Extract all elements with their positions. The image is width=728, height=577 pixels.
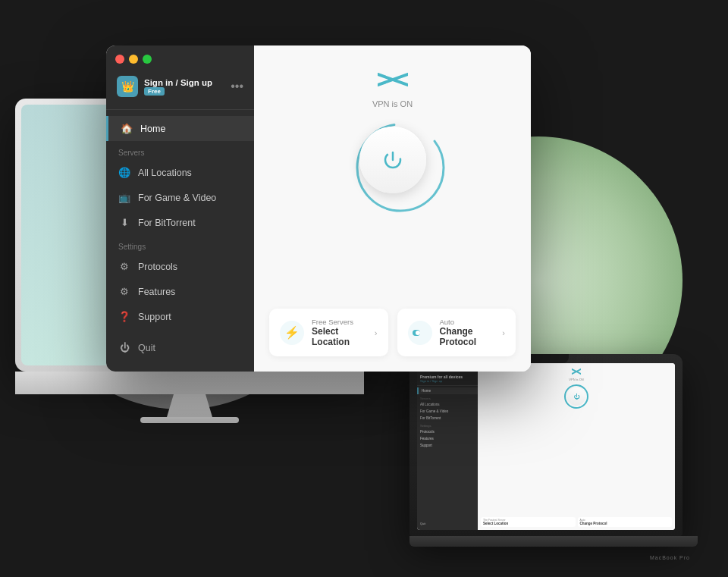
mini-main: VPN is ON ⏻ The Fastest Server Select Lo… <box>478 363 675 530</box>
mini-nav-support: Support <box>417 442 478 449</box>
settings-section-label: Settings <box>106 235 254 254</box>
sidebar-user-info: Sign in / Sign up Free <box>144 78 212 96</box>
sidebar: 👑 Sign in / Sign up Free ••• 🏠 Home Serv… <box>106 45 254 372</box>
mini-logo <box>572 368 581 377</box>
protocols-icon: ⚙ <box>118 261 130 272</box>
vpn-logo <box>378 68 408 96</box>
free-servers-value: Select Location <box>312 326 367 347</box>
protocol-value: Change Protocol <box>440 326 495 347</box>
home-icon: 🏠 <box>121 123 133 134</box>
sidebar-item-game-video[interactable]: 📺 For Game & Video <box>106 185 254 210</box>
sidebar-header: 👑 Sign in / Sign up Free ••• <box>106 76 254 110</box>
free-servers-label: Free Servers <box>312 318 367 326</box>
mini-header-sub: Sign in / Sign up <box>420 379 475 383</box>
quit-icon: ⏻ <box>118 342 130 353</box>
quit-button[interactable]: ⏻ Quit <box>106 336 254 359</box>
free-servers-card[interactable]: ⚡ Free Servers Select Location › <box>269 309 388 356</box>
servers-section-label: Servers <box>106 141 254 160</box>
torrent-icon: ⬇ <box>118 217 130 228</box>
protocol-text: Auto Change Protocol <box>440 318 495 347</box>
mini-card-left-value: Select Location <box>483 522 573 525</box>
main-content: VPN is ON ⚡ Free Servers Select Locatio <box>254 45 531 372</box>
mini-nav-torrent: For BitTorrent <box>417 415 478 422</box>
macbook-frame: Premium for all devices Sign in / Sign u… <box>410 354 698 547</box>
imac-chin:  <box>15 372 364 394</box>
macbook-screen-outer: Premium for all devices Sign in / Sign u… <box>410 354 682 536</box>
nav-label-protocols: Protocols <box>138 262 177 272</box>
sidebar-nav: 🏠 Home Servers 🌐 All Locations 📺 For Gam… <box>106 110 254 335</box>
imac-stand <box>167 394 212 417</box>
mini-settings-label: Settings <box>417 422 478 428</box>
quit-label: Quit <box>138 343 155 353</box>
nav-label-bittorrent: For BitTorrent <box>138 218 196 228</box>
svg-point-6 <box>416 331 420 335</box>
nav-label-features: Features <box>138 287 175 297</box>
support-icon: ❓ <box>118 311 130 322</box>
vpn-status-text: VPN is ON <box>372 99 413 108</box>
nav-label-game-video: For Game & Video <box>138 193 216 203</box>
power-button-container <box>359 127 426 193</box>
mini-sidebar: Premium for all devices Sign in / Sign u… <box>417 363 478 530</box>
macbook-screen-inner: Premium for all devices Sign in / Sign u… <box>417 363 675 530</box>
protocol-label: Auto <box>440 318 495 326</box>
mini-cards: The Fastest Server Select Location Auto … <box>481 517 672 527</box>
sidebar-item-support[interactable]: ❓ Support <box>106 304 254 329</box>
mini-nav-features: Features <box>417 435 478 442</box>
sidebar-title: Sign in / Sign up <box>144 78 212 87</box>
protocol-arrow: › <box>502 328 505 337</box>
sidebar-item-home[interactable]: 🏠 Home <box>106 116 254 141</box>
free-servers-icon: ⚡ <box>280 321 304 345</box>
protocol-card[interactable]: Auto Change Protocol › <box>397 309 516 356</box>
nav-label-all-locations: All Locations <box>138 168 192 178</box>
free-servers-arrow: › <box>375 328 378 337</box>
sidebar-item-all-locations[interactable]: 🌐 All Locations <box>106 160 254 185</box>
free-badge: Free <box>144 87 165 96</box>
mini-power-ring: ⏻ <box>564 384 588 409</box>
mini-status: VPN is ON <box>569 378 583 381</box>
close-button[interactable] <box>115 55 124 64</box>
sidebar-item-features[interactable]: ⚙ Features <box>106 279 254 304</box>
sidebar-item-protocols[interactable]: ⚙ Protocols <box>106 254 254 279</box>
macbook-bottom: MacBook Pro <box>410 536 698 547</box>
sidebar-logo-area: 👑 Sign in / Sign up Free <box>117 76 212 97</box>
bottom-cards: ⚡ Free Servers Select Location › <box>269 309 516 356</box>
globe-icon: 🌐 <box>118 167 130 178</box>
maximize-button[interactable] <box>143 55 152 64</box>
power-button[interactable] <box>359 127 426 193</box>
mini-card-right: Auto Change Protocol <box>578 517 673 527</box>
sidebar-item-bittorrent[interactable]: ⬇ For BitTorrent <box>106 210 254 235</box>
mini-card-left: The Fastest Server Select Location <box>481 517 576 527</box>
game-icon: 📺 <box>118 192 130 203</box>
sidebar-menu-dots[interactable]: ••• <box>231 80 243 93</box>
mini-nav-all-locations: All Locations <box>417 401 478 408</box>
mini-servers-label: Servers <box>417 394 478 401</box>
mini-power-inner: ⏻ <box>567 387 585 406</box>
macbook-brand: MacBook Pro <box>650 555 690 560</box>
crown-icon: 👑 <box>117 76 138 97</box>
minimize-button[interactable] <box>129 55 138 64</box>
free-servers-text: Free Servers Select Location <box>312 318 367 347</box>
app-window: 👑 Sign in / Sign up Free ••• 🏠 Home Serv… <box>106 45 531 372</box>
features-icon: ⚙ <box>118 286 130 297</box>
mini-quit: Quit <box>417 520 428 527</box>
mini-nav-protocols: Protocols <box>417 428 478 435</box>
nav-label-home: Home <box>140 124 165 134</box>
traffic-lights <box>115 55 152 64</box>
mini-card-right-value: Change Protocol <box>580 522 670 525</box>
mini-nav-game: For Game & Video <box>417 408 478 415</box>
mini-nav-home: Home <box>417 387 478 394</box>
nav-label-support: Support <box>138 312 171 322</box>
protocol-icon <box>408 321 432 345</box>
mini-app: Premium for all devices Sign in / Sign u… <box>417 363 675 530</box>
mini-header: Premium for all devices Sign in / Sign u… <box>417 372 478 386</box>
